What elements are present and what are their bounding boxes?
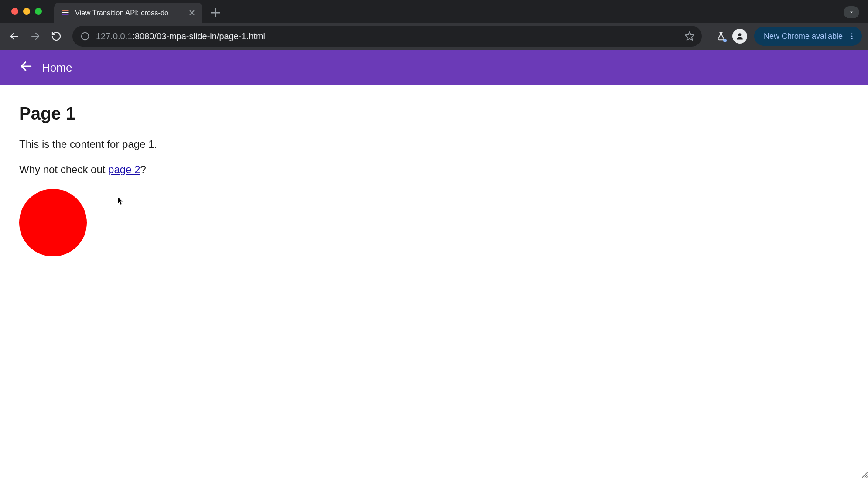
svg-rect-2 [62, 14, 69, 15]
svg-point-14 [851, 33, 853, 34]
svg-point-15 [851, 36, 853, 37]
svg-point-13 [738, 33, 742, 36]
window-minimize-button[interactable] [23, 8, 30, 15]
tab-close-button[interactable] [188, 8, 196, 17]
arrow-left-icon [19, 59, 33, 76]
extensions-area: New Chrome available [712, 27, 862, 46]
window-traffic-lights [11, 8, 42, 15]
nav-forward-button[interactable] [27, 28, 44, 44]
home-back-link[interactable]: Home [19, 59, 72, 76]
labs-button[interactable] [712, 27, 730, 45]
window-maximize-button[interactable] [35, 8, 42, 15]
update-available-button[interactable]: New Chrome available [754, 27, 862, 46]
page-paragraph-2: Why not check out page 2? [19, 164, 849, 176]
svg-marker-12 [685, 32, 694, 40]
home-back-label: Home [42, 61, 72, 75]
nav-reload-button[interactable] [48, 28, 65, 44]
url-host: 127.0.0.1 [96, 31, 132, 41]
tabs-dropdown-button[interactable] [844, 6, 859, 18]
tab-favicon-icon [61, 8, 70, 17]
browser-toolbar: 127.0.0.1:8080/03-mpa-slide-in/page-1.ht… [0, 23, 868, 50]
new-tab-button[interactable] [208, 5, 223, 20]
address-bar[interactable]: 127.0.0.1:8080/03-mpa-slide-in/page-1.ht… [72, 26, 702, 47]
window-close-button[interactable] [11, 8, 18, 15]
browser-tab-strip: View Transition API: cross-do [0, 0, 868, 23]
page-paragraph-1: This is the content for page 1. [19, 138, 849, 150]
svg-rect-0 [62, 10, 69, 11]
update-label: New Chrome available [764, 32, 843, 41]
window-resize-handle-icon[interactable] [860, 470, 868, 478]
page-title: Page 1 [19, 104, 849, 123]
nav-back-button[interactable] [6, 28, 23, 44]
url-display: 127.0.0.1:8080/03-mpa-slide-in/page-1.ht… [96, 31, 676, 41]
browser-tab-active[interactable]: View Transition API: cross-do [54, 3, 202, 23]
tab-title: View Transition API: cross-do [75, 9, 182, 17]
paragraph-2-suffix: ? [140, 164, 146, 175]
svg-line-20 [867, 477, 868, 478]
svg-line-18 [862, 472, 868, 478]
tab-container: View Transition API: cross-do [54, 0, 223, 23]
svg-rect-1 [62, 12, 69, 13]
svg-point-16 [851, 38, 853, 39]
page-2-link[interactable]: page 2 [108, 164, 140, 175]
paragraph-2-prefix: Why not check out [19, 164, 108, 175]
url-port: :8080 [132, 31, 154, 41]
url-path: /03-mpa-slide-in/page-1.html [154, 31, 265, 41]
labs-indicator-dot [723, 39, 727, 42]
chrome-menu-icon[interactable] [848, 32, 856, 40]
page-viewport: Home Page 1 This is the content for page… [0, 50, 868, 478]
profile-button[interactable] [732, 29, 747, 44]
page-header-bar: Home [0, 50, 868, 85]
page-body: Page 1 This is the content for page 1. W… [0, 85, 868, 275]
site-info-icon[interactable] [80, 31, 90, 41]
red-circle-shape [19, 189, 87, 256]
bookmark-button[interactable] [682, 28, 697, 44]
